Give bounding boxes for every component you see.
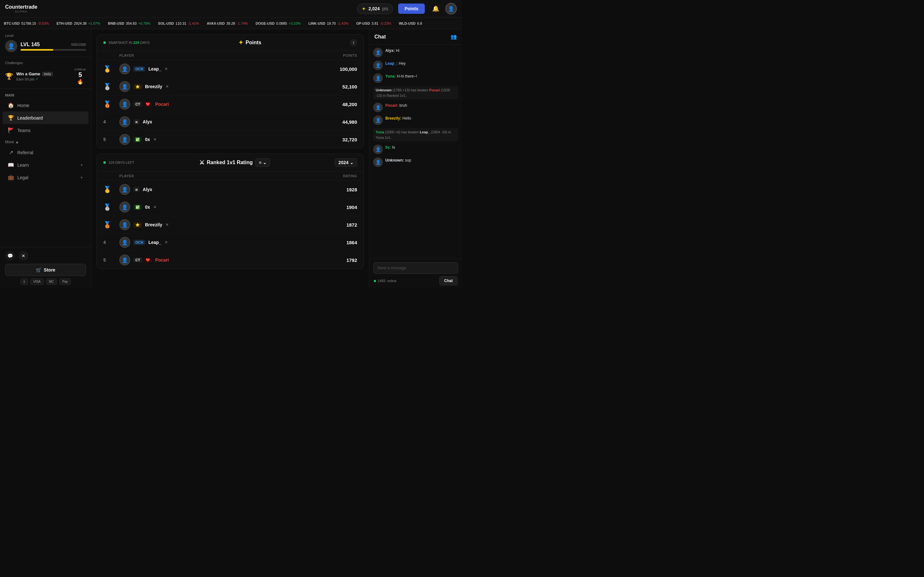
- rank-medal: 4: [103, 240, 120, 245]
- sidebar-home-label: Home: [17, 103, 29, 108]
- rating-value: 1904: [318, 205, 357, 210]
- medal-icon: 🥇: [103, 185, 111, 193]
- rank-medal: 5: [103, 258, 120, 263]
- ticker-price: 39.28: [226, 21, 235, 25]
- level-info: LVL 145 500/1000: [21, 42, 86, 51]
- points-value: 48,200: [318, 102, 357, 107]
- chat-username: Alyx:: [385, 48, 396, 53]
- player-avatar: 👤: [120, 237, 130, 248]
- player-name: Alyx: [143, 119, 152, 124]
- snapshot-text: SNAPSHOT IN 229 DAYS: [108, 41, 150, 45]
- streak-value: 5: [74, 71, 86, 79]
- ticker-change: +3.10%: [289, 21, 301, 25]
- player-cell: 👤 OCN Leap_ ✕: [120, 63, 318, 74]
- table-row[interactable]: 5 👤 ✅ 0x ✕ 32,720: [97, 131, 363, 148]
- points-button[interactable]: Points: [398, 3, 425, 14]
- more-section-label[interactable]: More ▲: [0, 137, 91, 146]
- user-avatar[interactable]: 👤: [445, 3, 457, 15]
- challenge-title: Win a Game Daily: [16, 71, 71, 76]
- year-selector[interactable]: 2024 ⌄: [335, 158, 357, 167]
- ranked-card-header: 229 DAYS LEFT ⚔ Ranked 1v1 Rating ≡ ⌄ 20…: [97, 154, 363, 171]
- x-icon: ✕: [165, 67, 168, 71]
- store-icon: 🛒: [36, 268, 41, 272]
- ranked-selector[interactable]: ≡ ⌄: [255, 158, 270, 167]
- x-twitter-icon[interactable]: ✕: [19, 251, 28, 261]
- ticker-symbol: SOL-USD: [158, 21, 174, 25]
- sidebar-item-home[interactable]: 🏠 Home: [3, 99, 89, 111]
- ticker-bar: BTC-USD 51788.15 -0.53% ETH-USD 2924.38 …: [0, 18, 462, 29]
- ranked-rows: 🥇 👤 α Alyx 1928 🥈 👤 ✅ 0x ✕ 1904 🥉 👤: [97, 181, 363, 269]
- trophy-icon: 🏆: [5, 73, 13, 80]
- sidebar-item-leaderboard[interactable]: 🏆 Leaderboard: [3, 111, 89, 124]
- player-avatar: 👤: [120, 99, 130, 110]
- table-row[interactable]: 🥇 👤 OCN Leap_ ✕ 100,000: [97, 60, 363, 78]
- ticker-change: -0.23%: [380, 21, 391, 25]
- brand-alpha: ALPHA: [15, 10, 27, 13]
- level-bar-fill: [21, 49, 53, 51]
- chat-username: Unknown:: [385, 158, 405, 163]
- ranked-days-left: 229 DAYS LEFT: [103, 161, 134, 164]
- chat-username: Breezily:: [385, 116, 402, 121]
- system-text-part: (1789 +13) has beaten: [392, 88, 429, 92]
- chat-panel: Chat 👥 👤 Alyx: Hi 👤 Leap_: Hey 👤 Yuna: H…: [369, 29, 462, 288]
- sidebar-referral-label: Referral: [17, 150, 33, 155]
- discord-icon[interactable]: 💬: [5, 251, 15, 261]
- player-avatar: 👤: [120, 255, 130, 266]
- chat-message: 👤 Pocari: bruh: [373, 103, 458, 112]
- fire-icon: 🔥: [77, 79, 83, 84]
- info-button[interactable]: ℹ: [350, 39, 357, 46]
- table-row[interactable]: 4 👤 α Alyx 44,980: [97, 113, 363, 131]
- notification-button[interactable]: 🔔: [430, 3, 441, 15]
- streak-box: STREAK 5 🔥: [74, 68, 86, 85]
- sidebar-item-teams[interactable]: 🚩 Teams: [3, 124, 89, 137]
- streak-label: STREAK: [74, 68, 86, 71]
- ticker-change: +1.07%: [88, 21, 100, 25]
- player-cell: 👤 ⭐ Breezily ✕: [120, 219, 318, 230]
- online-dot: [374, 280, 376, 282]
- chat-avatar: 👤: [373, 61, 383, 70]
- visa-icon: VISA: [31, 279, 44, 285]
- points-table-header: Player Points: [97, 51, 363, 60]
- challenge-item: 🏆 Win a Game Daily Earn 50 pts ✓ STREAK …: [5, 68, 86, 85]
- chat-input[interactable]: [373, 262, 458, 274]
- store-button[interactable]: 🛒 Store: [5, 264, 86, 276]
- chat-messages: 👤 Alyx: Hi 👤 Leap_: Hey 👤 Yuna: H-hi the…: [369, 45, 462, 259]
- pts-star-icon: ✦: [362, 6, 366, 12]
- table-row[interactable]: 4 👤 OCN Leap_ ✕ 1864: [97, 234, 363, 251]
- ticker-change: -1.74%: [237, 21, 248, 25]
- mastercard-icon: MC: [46, 279, 57, 285]
- points-value: 52,100: [318, 84, 357, 89]
- chat-message: 👤 Breezily: Hello: [373, 115, 458, 125]
- player-col-header-ranked: Player: [120, 174, 318, 178]
- player-tag: CT: [134, 258, 142, 263]
- chat-group-icon[interactable]: 👥: [451, 34, 457, 40]
- chat-msg-body: Pocari: bruh: [385, 103, 458, 108]
- chat-input-area: 1483 online Chat: [369, 259, 462, 288]
- sidebar: Level 👤 LVL 145 500/1000 Challenges 🏆: [0, 29, 91, 288]
- player-avatar: 👤: [120, 116, 130, 127]
- chat-msg-text: 0x: hi: [385, 145, 395, 150]
- snapshot-info: SNAPSHOT IN 229 DAYS: [103, 41, 150, 45]
- chat-avatar: 👤: [373, 115, 383, 125]
- sidebar-item-referral[interactable]: ↗ Referral: [3, 146, 89, 159]
- ticker-symbol: BTC-USD: [4, 21, 20, 25]
- points-value: 44,980: [318, 119, 357, 125]
- rank-medal: 4: [103, 119, 120, 124]
- player-avatar: 👤: [120, 201, 130, 213]
- table-row[interactable]: 🥇 👤 α Alyx 1928: [97, 181, 363, 198]
- sidebar-item-learn[interactable]: 📖 Learn ▼: [3, 159, 89, 171]
- table-row[interactable]: 🥈 👤 ⭐ Breezily ✕ 52,100: [97, 78, 363, 95]
- table-row[interactable]: 5 👤 CT❤️ Pocari 1792: [97, 251, 363, 269]
- player-tags: ⭐: [134, 84, 142, 89]
- player-avatar: 👤: [120, 219, 130, 230]
- table-row[interactable]: 🥈 👤 ✅ 0x ✕ 1904: [97, 198, 363, 216]
- chat-send-button[interactable]: Chat: [439, 276, 457, 285]
- table-row[interactable]: 🥉 👤 CT❤️ Pocari 48,200: [97, 95, 363, 113]
- online-indicator: 1483 online: [374, 279, 397, 283]
- player-name: Breezily: [145, 222, 162, 227]
- table-row[interactable]: 🥉 👤 ⭐ Breezily ✕ 1872: [97, 216, 363, 234]
- sidebar-item-legal[interactable]: 💼 Legal ▼: [3, 171, 89, 184]
- chat-avatar: 👤: [373, 157, 383, 167]
- medal-icon: 🥈: [103, 203, 111, 211]
- chat-username: Pocari:: [385, 103, 399, 108]
